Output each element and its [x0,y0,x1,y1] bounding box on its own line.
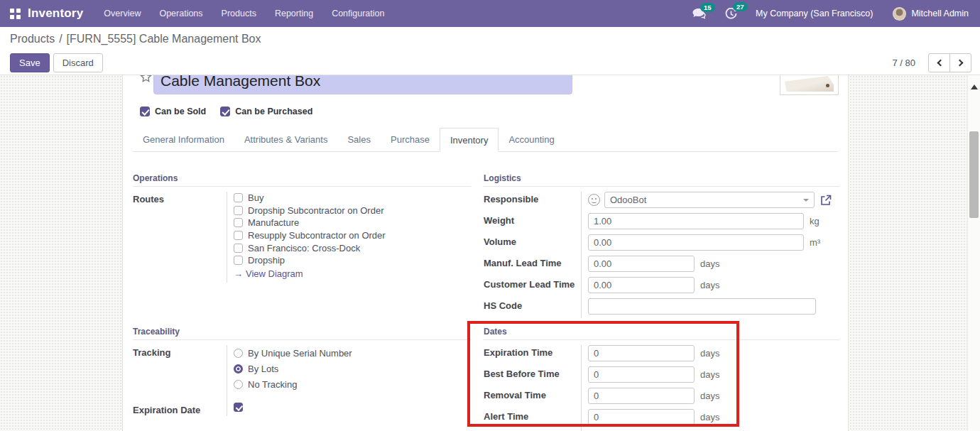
radio-icon [234,349,243,358]
company-switcher[interactable]: My Company (San Francisco) [756,9,873,18]
responsible-label: Responsible [484,192,581,204]
route-checkbox-resupply-subcontractor[interactable]: Resupply Subcontractor on Order [234,229,386,242]
dates-section-title: Dates [484,327,839,340]
activities-icon[interactable]: 27 [725,8,737,20]
pager-next-button[interactable] [949,53,971,72]
traceability-group: Traceability Tracking By Unique Serial N… [133,327,471,416]
tab-purchase[interactable]: Purchase [381,128,440,151]
nav-item-configuration[interactable]: Configuration [322,0,393,27]
nav-item-reporting[interactable]: Reporting [266,0,322,27]
routes-label: Routes [133,192,227,204]
volume-input[interactable] [588,234,804,251]
tracking-radio-none[interactable]: No Tracking [234,376,352,392]
tab-general-information[interactable]: General Information [133,128,234,151]
customer-lead-time-input[interactable] [588,277,695,293]
logistics-group: Logistics Responsible [484,173,839,318]
expiration-time-input[interactable] [588,345,695,361]
operations-section-title: Operations [133,173,471,187]
operations-group: Operations Routes Buy Dropship Subcontra… [133,173,471,283]
vertical-scrollbar[interactable] [967,75,980,431]
weight-label: Weight [484,213,581,226]
breadcrumb-parent-link[interactable]: Products [10,33,55,45]
alert-time-label: Alert Time [484,409,581,422]
save-button[interactable]: Save [10,53,50,72]
checkbox-icon [234,231,243,240]
tab-accounting[interactable]: Accounting [499,128,564,151]
tab-attributes-variants[interactable]: Attributes & Variants [234,128,338,151]
form-view-background: Can be Sold Can be Purchased General Inf… [0,75,980,431]
volume-label: Volume [484,234,581,247]
responsible-input[interactable] [604,192,815,208]
product-form-sheet: Can be Sold Can be Purchased General Inf… [122,75,849,431]
checkbox-checked-icon [220,107,230,116]
weight-input[interactable] [588,213,804,229]
product-title-row [123,75,848,95]
chevron-left-icon [937,59,944,66]
top-navbar: Inventory Overview Operations Products R… [0,0,980,27]
expiration-date-label: Expiration Date [133,403,227,415]
can-be-sold-checkbox[interactable]: Can be Sold [140,107,206,116]
pager: 7 / 80 [892,53,971,72]
customer-lead-time-unit: days [700,280,719,290]
removal-time-label: Removal Time [484,388,581,400]
radio-selected-icon [234,364,243,373]
removal-time-input[interactable] [588,388,695,404]
manuf-lead-time-unit: days [700,258,719,269]
nav-item-overview[interactable]: Overview [94,0,150,27]
pager-value: 7 / 80 [892,58,915,68]
hs-code-input[interactable] [588,298,816,315]
logistics-section-title: Logistics [484,173,839,187]
scroll-up-arrow-icon[interactable] [971,84,978,89]
breadcrumb-current: [FURN_5555] Cable Management Box [67,33,261,45]
tracking-radio-lots[interactable]: By Lots [234,361,352,376]
expiration-time-unit: days [700,348,719,359]
manuf-lead-time-label: Manuf. Lead Time [484,256,581,268]
product-name-input[interactable] [153,75,572,94]
pager-previous-button[interactable] [928,53,950,72]
expiration-date-checkbox[interactable] [234,403,243,412]
open-record-external-link-icon[interactable] [820,195,832,206]
nav-item-products[interactable]: Products [212,0,266,27]
checkbox-icon [234,218,243,227]
scrollbar-thumb[interactable] [969,131,979,218]
checkbox-icon [234,256,243,265]
customer-lead-time-label: Customer Lead Time [484,277,581,290]
checkbox-icon [234,244,243,253]
manuf-lead-time-input[interactable] [588,256,695,272]
user-avatar[interactable] [893,7,906,21]
best-before-time-input[interactable] [588,366,695,383]
apps-menu-icon[interactable] [10,9,21,19]
product-image[interactable] [780,75,839,95]
radio-icon [234,380,243,389]
tab-inventory[interactable]: Inventory [440,128,499,152]
route-checkbox-manufacture[interactable]: Manufacture [234,217,386,229]
weight-unit: kg [810,216,820,227]
route-checkbox-buy[interactable]: Buy [234,192,386,204]
favorite-star-icon[interactable] [140,75,152,86]
arrow-right-icon: → [234,268,243,279]
volume-unit: m³ [810,237,820,248]
odoobot-avatar-icon [588,194,600,206]
alert-time-input[interactable] [588,409,695,425]
best-before-time-label: Best Before Time [484,366,581,379]
route-checkbox-dropship[interactable]: Dropship [234,254,386,267]
control-panel: Save Discard 7 / 80 [0,50,980,75]
breadcrumb: Products / [FURN_5555] Cable Management … [0,27,980,50]
route-checkbox-cross-dock[interactable]: San Francisco: Cross-Dock [234,241,386,254]
user-menu[interactable]: Mitchell Admin [911,9,969,18]
messages-badge: 15 [700,3,715,13]
checkbox-checked-icon [140,107,150,116]
view-diagram-link[interactable]: → View Diagram [234,268,386,280]
nav-item-operations[interactable]: Operations [150,0,212,27]
can-be-purchased-checkbox[interactable]: Can be Purchased [220,107,312,116]
discard-button[interactable]: Discard [53,53,103,72]
tab-sales[interactable]: Sales [337,128,381,151]
app-name[interactable]: Inventory [28,6,83,21]
expiration-time-label: Expiration Time [484,345,581,358]
checkbox-icon [234,193,243,202]
activities-badge: 27 [733,2,748,12]
messages-icon[interactable]: 15 [692,9,707,19]
tracking-radio-serial[interactable]: By Unique Serial Number [234,345,352,361]
tracking-label: Tracking [133,345,227,358]
route-checkbox-dropship-subcontractor[interactable]: Dropship Subcontractor on Order [234,204,386,217]
